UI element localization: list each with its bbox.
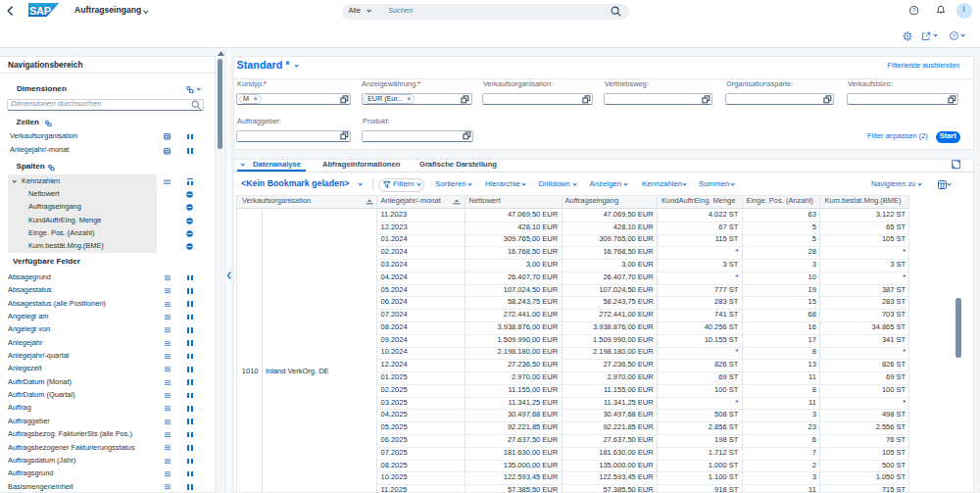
svg-text:?: ?: [953, 33, 956, 39]
svg-text:?: ?: [912, 7, 916, 14]
svg-text:SAP: SAP: [29, 5, 51, 17]
